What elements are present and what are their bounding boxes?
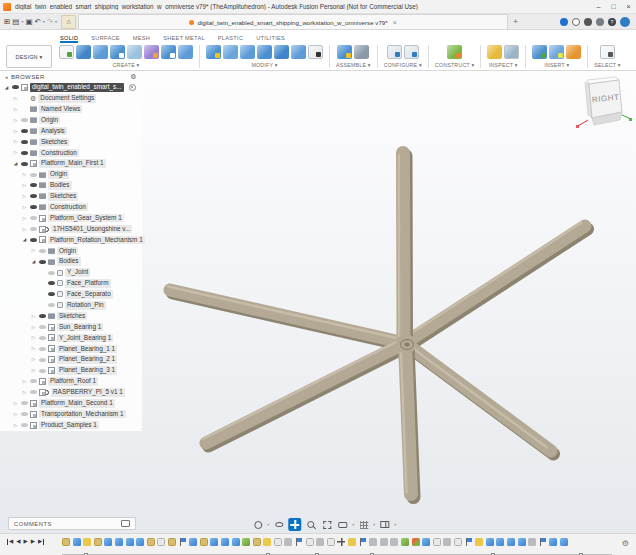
- expander-icon[interactable]: ▷: [21, 194, 28, 199]
- new-component-icon[interactable]: [337, 45, 352, 59]
- browser-item-bodies[interactable]: ◢Bodies: [0, 256, 142, 267]
- create-sketch-icon[interactable]: [59, 45, 74, 59]
- tab-plastic[interactable]: PLASTIC: [218, 35, 243, 43]
- browser-item-sketches[interactable]: ▷Sketches: [0, 191, 142, 202]
- extrude-icon[interactable]: [76, 45, 91, 59]
- browser-item-named-views[interactable]: ▷Named Views: [0, 104, 142, 115]
- browser-item-document-settings[interactable]: ▷⚙Document Settings: [0, 93, 142, 104]
- combine-icon[interactable]: [274, 45, 289, 59]
- browser-item-product-samples-1[interactable]: ▷Product_Samples 1: [0, 420, 142, 431]
- ribbon-group-label[interactable]: CONSTRUCT ▾: [435, 62, 475, 68]
- tab-sheet-metal[interactable]: SHEET METAL: [163, 35, 205, 43]
- visibility-eye-icon[interactable]: [39, 314, 46, 318]
- timeline-feature-feature-icon[interactable]: [422, 538, 430, 546]
- ribbon-group-label[interactable]: INSERT ▾: [544, 62, 569, 68]
- visibility-eye-icon[interactable]: [48, 281, 55, 285]
- select-icon[interactable]: [600, 45, 615, 59]
- data-panel-icon[interactable]: ⊞: [4, 18, 10, 26]
- visibility-eye-icon[interactable]: [30, 379, 37, 383]
- help-icon[interactable]: ?: [608, 18, 616, 26]
- press-pull-icon[interactable]: [206, 45, 221, 59]
- visibility-eye-icon[interactable]: [30, 216, 37, 220]
- expander-icon[interactable]: ▷: [21, 379, 28, 384]
- expander-icon[interactable]: ▷: [12, 150, 19, 155]
- timeline-green-feature-icon[interactable]: [401, 538, 409, 546]
- ribbon-group-label[interactable]: INSPECT ▾: [489, 62, 518, 68]
- go-to-end-button[interactable]: ▶: [38, 539, 44, 545]
- tab-utilities[interactable]: UTILITIES: [256, 35, 285, 43]
- browser-item-sun-bearing-1[interactable]: ▷Sun_Bearing 1: [0, 322, 142, 333]
- canvas-icon[interactable]: [549, 45, 564, 59]
- job-status-icon[interactable]: [572, 18, 580, 26]
- timeline-feature-feature-icon[interactable]: [189, 538, 197, 546]
- visibility-eye-icon[interactable]: [39, 358, 46, 362]
- expander-icon[interactable]: ▷: [30, 368, 37, 373]
- section-analysis-icon[interactable]: [504, 45, 519, 59]
- expander-icon[interactable]: ▷: [12, 129, 19, 134]
- timeline-yellow-feature-icon[interactable]: [263, 538, 271, 546]
- timeline-gray-feature-icon[interactable]: [443, 538, 451, 546]
- avatar[interactable]: [620, 17, 630, 27]
- tab-mesh[interactable]: MESH: [133, 35, 150, 43]
- dropdown-caret-icon[interactable]: ▾: [21, 19, 23, 24]
- browser-item-planet-bearing-3-1[interactable]: ▷Planet_Bearing_3 1: [0, 365, 142, 376]
- profile-icon[interactable]: [596, 18, 604, 26]
- undo-icon[interactable]: ↶: [35, 18, 41, 26]
- timeline-sketch-feature-icon[interactable]: [168, 538, 176, 546]
- expander-icon[interactable]: ▷: [21, 227, 28, 232]
- model-hub[interactable]: [396, 334, 416, 354]
- browser-item-analysis[interactable]: ▷Analysis: [0, 126, 142, 137]
- close-button[interactable]: ×: [621, 3, 636, 10]
- browser-item-rotation-pin[interactable]: Rotation_Pin: [0, 300, 142, 311]
- timeline-ghost-feature-icon[interactable]: [454, 538, 462, 546]
- dropdown-caret-icon[interactable]: ▾: [267, 522, 269, 527]
- timeline-feature-feature-icon[interactable]: [518, 538, 526, 546]
- timeline-feature-feature-icon[interactable]: [115, 538, 123, 546]
- visibility-eye-icon[interactable]: [39, 249, 46, 253]
- timeline-yellow-feature-icon[interactable]: [83, 538, 91, 546]
- view-cube[interactable]: RIGHT: [576, 75, 632, 133]
- sweep-icon[interactable]: [93, 45, 108, 59]
- visibility-eye-icon[interactable]: [21, 423, 28, 427]
- visibility-eye-icon[interactable]: [21, 129, 28, 133]
- point-icon[interactable]: [178, 45, 193, 59]
- browser-item-origin[interactable]: ▷Origin: [0, 115, 142, 126]
- orbit-icon[interactable]: [251, 518, 264, 531]
- dropdown-caret-icon[interactable]: ▾: [55, 19, 57, 24]
- file-menu-icon[interactable]: ▤: [12, 18, 19, 26]
- timeline-gray-feature-icon[interactable]: [316, 538, 324, 546]
- visibility-eye-icon[interactable]: [39, 336, 46, 340]
- joint-icon[interactable]: [354, 45, 369, 59]
- timeline-gray-feature-icon[interactable]: [369, 538, 377, 546]
- expander-icon[interactable]: ▷: [30, 248, 37, 253]
- visibility-eye-icon[interactable]: [30, 194, 37, 198]
- look-at-icon[interactable]: [272, 518, 285, 531]
- shell-icon[interactable]: [257, 45, 272, 59]
- timeline-sketch-feature-icon[interactable]: [94, 538, 102, 546]
- display-settings-icon[interactable]: [336, 518, 349, 531]
- browser-item-digital-twin-enabled-smart-s[interactable]: ◢digital_twin_enabled_smart_s...: [0, 82, 142, 93]
- ribbon-group-label[interactable]: CREATE ▾: [113, 62, 140, 68]
- timeline-feature-feature-icon[interactable]: [126, 538, 134, 546]
- save-icon[interactable]: ▣: [25, 18, 32, 26]
- visibility-eye-icon[interactable]: [39, 325, 46, 329]
- expander-icon[interactable]: ▷: [12, 96, 19, 101]
- timeline-yellow-feature-icon[interactable]: [348, 538, 356, 546]
- dropdown-caret-icon[interactable]: ▾: [43, 19, 45, 24]
- tab-surface[interactable]: SURFACE: [91, 35, 120, 43]
- visibility-eye-icon[interactable]: [21, 401, 28, 405]
- visibility-eye-icon[interactable]: [21, 151, 28, 155]
- fit-icon[interactable]: [320, 518, 333, 531]
- pattern-icon[interactable]: [144, 45, 159, 59]
- notifications-icon[interactable]: [584, 18, 592, 26]
- visibility-eye-icon[interactable]: [30, 390, 37, 394]
- measure-icon[interactable]: [487, 45, 502, 59]
- model-arms[interactable]: [168, 153, 588, 497]
- visibility-eye-icon[interactable]: [21, 140, 28, 144]
- browser-item-platform-rotation-mechanism-1[interactable]: ◢Platform_Rotation_Mechanism 1: [0, 234, 142, 245]
- dropdown-caret-icon[interactable]: ▾: [352, 522, 354, 527]
- timeline-flag-feature-icon[interactable]: [295, 538, 303, 546]
- expander-icon[interactable]: ▷: [21, 390, 28, 395]
- browser-item-face-platform[interactable]: Face_Platform: [0, 278, 142, 289]
- timeline-sketch-feature-icon[interactable]: [200, 538, 208, 546]
